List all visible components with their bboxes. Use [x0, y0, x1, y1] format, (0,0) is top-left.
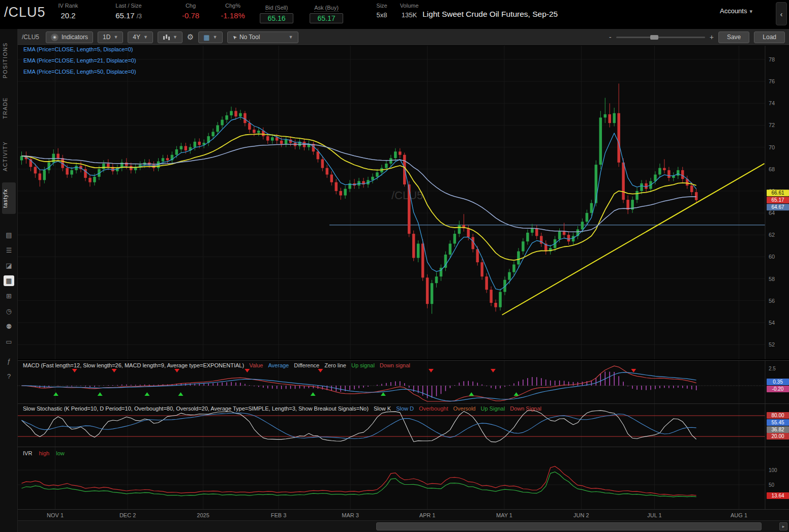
scrollbar-thumb[interactable] — [376, 522, 762, 530]
chart-settings-gear-icon[interactable]: ⚙ — [187, 33, 194, 42]
zoom-slider-thumb[interactable] — [650, 35, 658, 40]
chart-watermark: /CLU5 — [391, 189, 423, 202]
ema21-legend-label: EMA (Price=CLOSE, Length=21, Displace=0) — [23, 57, 136, 69]
down-signal-arrow — [72, 369, 77, 372]
accounts-dropdown[interactable]: Accounts▾ — [720, 7, 752, 15]
stochastic-legend-item: Slow K — [374, 405, 391, 412]
stochastic-legend-item: Slow D — [396, 405, 414, 412]
x-axis-label: JUL 1 — [642, 510, 666, 521]
x-axis-label: FEB 3 — [266, 510, 291, 521]
layout-grid-icon: ▦ — [203, 34, 209, 41]
drawing-icon[interactable]: ◪ — [4, 260, 14, 271]
svg-text:64: 64 — [769, 210, 775, 216]
x-axis-label: NOV 1 — [43, 510, 68, 521]
watchlist-icon[interactable]: ☰ — [4, 245, 14, 256]
scroll-right-button[interactable]: ▸ — [779, 522, 787, 530]
contacts-icon[interactable]: ⚉ — [4, 321, 14, 332]
svg-text:36.82: 36.82 — [771, 427, 784, 432]
svg-text:70: 70 — [769, 144, 775, 150]
svg-text:13.64: 13.64 — [771, 493, 784, 498]
fx-icon[interactable]: ƒ — [4, 356, 14, 366]
ask-button[interactable]: 65.17 — [310, 13, 343, 23]
calendar-icon[interactable]: ▭ — [4, 336, 14, 347]
stochastic-legend-item: Down Signal — [510, 405, 541, 412]
svg-text:58: 58 — [769, 276, 775, 282]
ivr-high-line — [22, 466, 696, 495]
sidebar-tab-activity[interactable]: ACTIVITY — [2, 133, 16, 179]
svg-text:50: 50 — [769, 482, 775, 488]
zoom-slider[interactable] — [616, 37, 705, 38]
header-field-chg: Chg -0.78 — [175, 3, 206, 20]
up-signal-arrow — [53, 392, 58, 396]
svg-text:2.5: 2.5 — [769, 366, 776, 371]
bid-button[interactable]: 65.16 — [260, 13, 293, 23]
svg-text:20.00: 20.00 — [771, 433, 784, 439]
svg-text:66.61: 66.61 — [771, 190, 784, 196]
chevron-down-icon: ▼ — [213, 35, 218, 40]
sidebar-tab-tastyfx[interactable]: tastyfx — [2, 182, 16, 214]
chevron-down-icon: ▾ — [749, 8, 752, 14]
zoom-out-button[interactable]: - — [609, 33, 612, 41]
range-dropdown[interactable]: 4Y▼ — [128, 32, 153, 43]
header-field-iv-rank: IV Rank 20.2 — [52, 3, 84, 20]
up-signal-arrow — [513, 392, 519, 396]
svg-text:76: 76 — [769, 78, 775, 84]
ema50-legend-label: EMA (Price=CLOSE, Length=50, Displace=0) — [23, 69, 136, 80]
svg-text:56: 56 — [769, 298, 775, 304]
ema-legend: EMA (Price=CLOSE, Length=5, Displace=0) … — [23, 46, 136, 80]
notes-icon[interactable]: ▤ — [4, 230, 14, 240]
macd-legend-item: Zero line — [324, 362, 346, 368]
left-sidebar: POSITIONS TRADE ACTIVITY tastyfx ▤☰◪▦⊞◷⚉… — [0, 29, 18, 532]
collapse-panel-button[interactable]: ‹ — [776, 2, 787, 25]
layout-dropdown[interactable]: ▦ ▼ — [198, 32, 222, 43]
history-icon[interactable]: ◷ — [4, 306, 14, 317]
active-chart-icon[interactable]: ▦ — [4, 275, 14, 286]
ivr-pane[interactable]: 1005013.64 — [18, 447, 789, 509]
down-signal-arrow — [245, 369, 250, 372]
ivr-canvas: 1005013.64 — [18, 447, 789, 510]
horizontal-scrollbar[interactable]: ▸ — [0, 520, 789, 532]
up-signal-arrow — [98, 392, 103, 396]
drawing-tool-dropdown[interactable]: ➤ No Tool ▼ — [227, 32, 298, 43]
macd-legend: MACD (Fast length=12, Slow length=26, MA… — [23, 362, 410, 368]
svg-text:65.17: 65.17 — [771, 197, 784, 203]
indicators-icon: ✳ — [51, 34, 58, 41]
svg-text:0.35: 0.35 — [773, 379, 783, 385]
sidebar-tab-positions[interactable]: POSITIONS — [2, 36, 16, 85]
load-button[interactable]: Load — [754, 32, 785, 43]
candlestick-chart-icon — [163, 34, 170, 41]
up-signal-arrow — [311, 392, 316, 396]
down-signal-arrow — [318, 369, 323, 372]
quote-header: /CLU5 IV Rank 20.2 Last / Size 65.17 /3 … — [0, 0, 789, 29]
apps-grid-icon[interactable]: ⊞ — [4, 291, 14, 301]
chart-type-dropdown[interactable]: ▼ — [158, 32, 183, 43]
down-signal-arrow — [429, 369, 434, 372]
header-field-bid: Bid (Sell) 65.16 — [254, 3, 299, 23]
save-button[interactable]: Save — [718, 32, 749, 43]
x-axis-label: AUG 1 — [727, 510, 751, 521]
price-chart-pane[interactable]: 7876747270686664626058565452/CLU566.6165… — [18, 46, 789, 359]
timeframe-dropdown[interactable]: 1D▼ — [98, 32, 123, 43]
ivr-low-line — [22, 472, 696, 497]
indicators-button[interactable]: ✳ Indicators — [46, 32, 93, 43]
x-axis-label: MAY 1 — [492, 510, 517, 521]
macd-legend-item: Average — [268, 362, 289, 368]
macd-legend-item: Difference — [294, 362, 319, 368]
x-axis-label: 2025 — [191, 510, 216, 521]
zoom-in-button[interactable]: + — [710, 33, 714, 41]
symbol-title: /CLU5 — [4, 5, 46, 20]
macd-legend-item: Value — [249, 362, 263, 368]
up-signal-arrow — [144, 392, 149, 396]
svg-text:68: 68 — [769, 166, 775, 172]
help-icon[interactable]: ? — [4, 371, 14, 382]
x-axis: NOV 1DEC 22025FEB 3MAR 3APR 1MAY 1JUN 2J… — [18, 509, 789, 520]
chart-toolbar: /CLU5 ✳ Indicators 1D▼ 4Y▼ ▼ ⚙ ▦ ▼ ➤ No … — [18, 29, 789, 46]
up-signal-arrow — [469, 392, 474, 396]
svg-text:100: 100 — [769, 467, 777, 473]
stochastic-legend: Slow Stochastic (K Period=10, D Period=1… — [23, 405, 541, 412]
ema5-legend-label: EMA (Price=CLOSE, Length=5, Displace=0) — [23, 46, 136, 57]
trading-platform: /CLU5 IV Rank 20.2 Last / Size 65.17 /3 … — [0, 0, 789, 532]
sidebar-tab-trade[interactable]: TRADE — [2, 86, 16, 130]
header-field-last-size: Last / Size 65.17 /3 — [101, 3, 157, 20]
header-field-ask: Ask (Buy) 65.17 — [304, 3, 349, 23]
